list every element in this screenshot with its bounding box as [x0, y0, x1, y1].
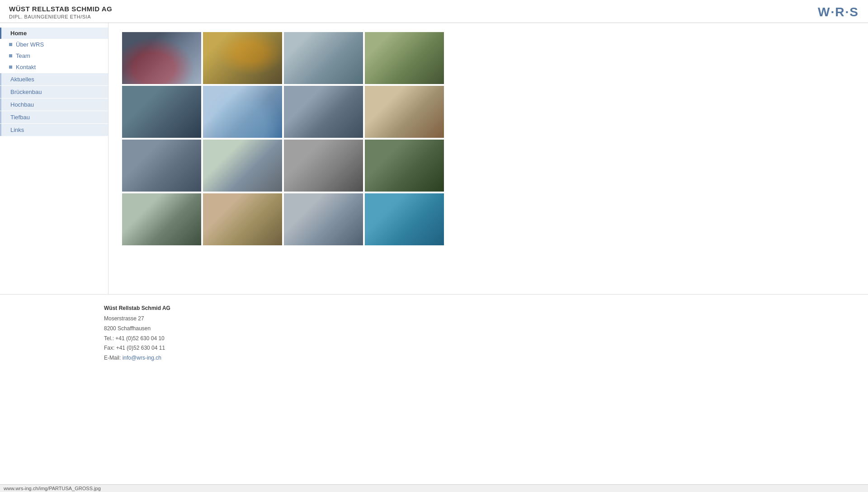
company-name: WÜST RELLSTAB SCHMID AG — [9, 5, 112, 14]
sidebar-item-links[interactable]: Links — [0, 124, 108, 136]
grid-image-7[interactable] — [284, 86, 363, 138]
sidebar-item-label: Links — [10, 127, 24, 133]
grid-image-14[interactable] — [203, 193, 282, 245]
sidebar-item-hochbau[interactable]: Hochbau — [0, 98, 108, 111]
company-title-block: WÜST RELLSTAB SCHMID AG DIPL. BAUINGENIE… — [9, 5, 112, 20]
grid-image-11[interactable] — [284, 140, 363, 192]
grid-image-16[interactable] — [365, 193, 444, 245]
grid-image-2[interactable] — [203, 32, 282, 84]
footer-city: 8200 Schaffhausen — [104, 324, 859, 334]
company-subtitle: DIPL. BAUINGENIEURE ETH/SIA — [9, 14, 112, 20]
sidebar-item-label: Tiefbau — [10, 114, 30, 121]
footer-email-line: E-Mail: info@wrs-ing.ch — [104, 353, 859, 363]
sidebar-item-kontakt[interactable]: Kontakt — [0, 61, 108, 73]
grid-image-12[interactable] — [365, 140, 444, 192]
footer-tel: Tel.: +41 (0)52 630 04 10 — [104, 334, 859, 344]
main-content — [108, 23, 868, 294]
sidebar-item-label: Hochbau — [10, 101, 34, 108]
grid-image-13[interactable] — [122, 193, 201, 245]
sidebar-item-ueber-wrs[interactable]: Über WRS — [0, 39, 108, 50]
grid-image-9[interactable] — [122, 140, 201, 192]
footer-email-link[interactable]: info@wrs-ing.ch — [123, 355, 161, 361]
page-header: WÜST RELLSTAB SCHMID AG DIPL. BAUINGENIE… — [0, 0, 868, 23]
grid-image-8[interactable] — [365, 86, 444, 138]
footer-company: Wüst Rellstab Schmid AG — [104, 304, 859, 314]
sidebar-item-label: Kontakt — [16, 64, 36, 70]
footer: Wüst Rellstab Schmid AG Moserstrasse 27 … — [0, 294, 868, 368]
grid-image-6[interactable] — [203, 86, 282, 138]
sidebar-item-brueckenbau[interactable]: Brückenbau — [0, 86, 108, 98]
sidebar-item-label: Team — [16, 52, 30, 59]
sidebar-item-label: Über WRS — [16, 41, 44, 48]
grid-image-4[interactable] — [365, 32, 444, 84]
footer-email-label: E-Mail: — [104, 355, 121, 361]
sidebar: Home Über WRS Team Kontakt Aktuelles Brü… — [0, 23, 108, 294]
sidebar-item-tiefbau[interactable]: Tiefbau — [0, 111, 108, 123]
sidebar-item-label: Brückenbau — [10, 89, 42, 95]
footer-address: Moserstrasse 27 — [104, 314, 859, 324]
sidebar-item-aktuelles[interactable]: Aktuelles — [0, 73, 108, 85]
main-layout: Home Über WRS Team Kontakt Aktuelles Brü… — [0, 23, 868, 294]
bullet-icon — [9, 66, 12, 69]
grid-image-5[interactable] — [122, 86, 201, 138]
grid-image-1[interactable] — [122, 32, 201, 84]
sidebar-item-team[interactable]: Team — [0, 50, 108, 61]
sidebar-item-home[interactable]: Home — [0, 28, 108, 39]
company-logo: W·R·S — [818, 5, 859, 19]
bullet-icon — [9, 43, 12, 46]
bullet-icon — [9, 54, 12, 57]
grid-image-10[interactable] — [203, 140, 282, 192]
sidebar-item-label: Aktuelles — [10, 76, 34, 83]
grid-image-3[interactable] — [284, 32, 363, 84]
grid-image-15[interactable] — [284, 193, 363, 245]
sidebar-item-label: Home — [10, 30, 27, 37]
footer-fax: Fax: +41 (0)52 630 04 11 — [104, 343, 859, 353]
image-grid — [122, 32, 859, 245]
